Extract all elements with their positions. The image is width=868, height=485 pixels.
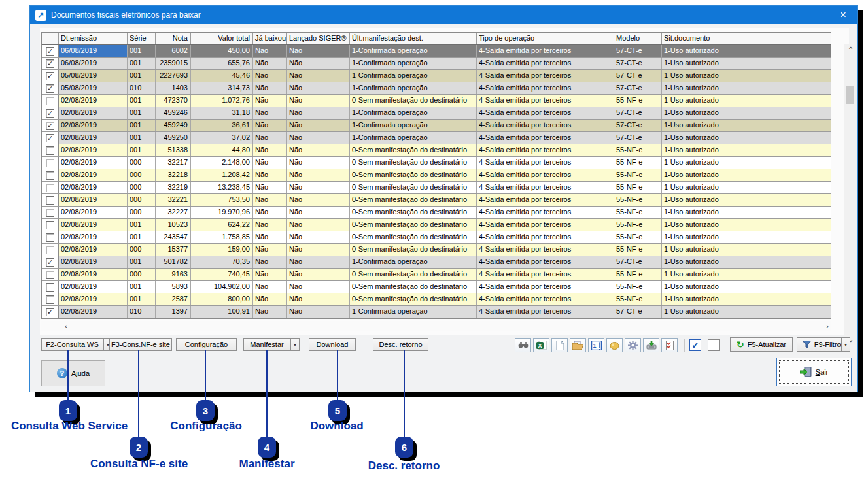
table-row[interactable]: ✓02/08/201900145924631,18NãoNão1-Confirm… — [42, 107, 831, 120]
manifestar-button[interactable]: Manifestar — [243, 338, 290, 351]
binoculars-icon[interactable] — [515, 338, 531, 352]
row-checkbox[interactable] — [42, 182, 59, 193]
row-checkbox[interactable]: ✓ — [42, 306, 59, 318]
table-row[interactable]: 02/08/20190014723701.072,76NãoNão0-Sem m… — [42, 95, 831, 107]
column-header[interactable]: Dt.emissão — [59, 33, 128, 44]
cell-sit: 1-Uso autorizado — [662, 107, 832, 119]
cell-nota: 459249 — [156, 120, 191, 131]
table-row[interactable]: 02/08/20190012435471.758,85NãoNão0-Sem m… — [42, 231, 831, 244]
scroll-left-icon[interactable]: ‹ — [65, 322, 67, 330]
row-checkbox[interactable] — [42, 231, 59, 243]
sair-button[interactable]: Sair — [776, 358, 852, 386]
table-row[interactable]: ✓02/08/201900145925037,02NãoNão1-Confirm… — [42, 132, 831, 144]
row-checkbox[interactable] — [42, 95, 59, 107]
deselect-all-checkbox[interactable] — [708, 339, 720, 351]
row-checkbox[interactable]: ✓ — [42, 120, 59, 131]
table-row[interactable]: ✓02/08/201900150178270,35NãoNão1-Confirm… — [42, 256, 831, 269]
column-header[interactable]: Lançado SIGER® — [287, 33, 350, 44]
column-header[interactable]: Nota — [156, 33, 191, 44]
table-row[interactable]: ✓05/08/2019001222769345,46NãoNão1-Confir… — [42, 70, 831, 82]
table-row[interactable]: ✓06/08/20190016002450,00NãoNão1-Confirma… — [42, 45, 831, 58]
vertical-scrollbar[interactable]: ⌃ ⌄ — [844, 44, 856, 345]
table-row[interactable]: 02/08/20190012587800,00NãoNão0-Sem manif… — [42, 293, 831, 306]
manifestar-dropdown-icon[interactable]: ▼ — [290, 338, 300, 351]
row-checkbox[interactable] — [42, 269, 59, 280]
table-row[interactable]: ✓06/08/20190012359015655,76NãoNão1-Confi… — [42, 58, 831, 70]
cell-valor: 314,73 — [191, 82, 253, 94]
configuracao-button[interactable]: Configuração — [176, 338, 237, 351]
row-checkbox[interactable]: ✓ — [42, 107, 59, 119]
row-checkbox[interactable]: ✓ — [42, 82, 59, 94]
row-checkbox[interactable] — [42, 169, 59, 181]
open-folder-icon[interactable] — [570, 338, 586, 352]
cell-dt: 02/08/2019 — [59, 293, 128, 305]
column-header[interactable]: Últ.manifestação dest. — [350, 33, 477, 44]
column-header[interactable]: Já baixou — [253, 33, 287, 44]
cell-modelo: 55-NF-e — [614, 182, 662, 193]
gear-icon[interactable] — [625, 338, 641, 352]
new-document-icon[interactable] — [551, 338, 568, 352]
cell-lancado_siger: Não — [287, 82, 350, 94]
column-header[interactable]: Valor total — [191, 33, 253, 44]
cell-sit: 1-Uso autorizado — [662, 219, 832, 231]
row-checkbox[interactable] — [42, 207, 59, 218]
row-checkbox[interactable] — [42, 293, 59, 305]
cell-nota: 2587 — [156, 293, 191, 305]
column-order-icon[interactable]: 1 — [588, 338, 604, 352]
vertical-scroll-thumb[interactable] — [846, 86, 854, 104]
title-bar[interactable]: ↗ Documentos fiscais eletrônicos para ba… — [30, 6, 857, 24]
row-checkbox[interactable] — [42, 244, 59, 256]
column-header[interactable] — [42, 33, 59, 44]
row-checkbox[interactable]: ✓ — [42, 58, 59, 69]
cell-serie: 001 — [128, 281, 156, 293]
cell-ja_baixou: Não — [253, 157, 287, 169]
scroll-up-icon[interactable]: ⌃ — [848, 46, 854, 54]
table-row[interactable]: 02/08/20190015133844,80NãoNão0-Sem manif… — [42, 144, 831, 157]
row-checkbox[interactable]: ✓ — [42, 70, 59, 82]
table-row[interactable]: ✓05/08/20190101403314,73NãoNão1-Confirma… — [42, 82, 831, 95]
row-checkbox[interactable] — [42, 194, 59, 206]
download-button[interactable]: Download — [309, 338, 356, 351]
row-checkbox[interactable] — [42, 219, 59, 231]
row-checkbox[interactable] — [42, 281, 59, 293]
excel-export-icon[interactable]: X — [533, 338, 549, 352]
row-checkbox[interactable]: ✓ — [42, 45, 59, 57]
table-row[interactable]: 02/08/20190009163740,45NãoNão0-Sem manif… — [42, 269, 831, 281]
column-header[interactable]: Modelo — [614, 33, 662, 44]
dialog-window: ↗ Documentos fiscais eletrônicos para ba… — [29, 5, 858, 392]
consulta-ws-button[interactable]: F2-Consulta WS — [41, 338, 103, 351]
table-row[interactable]: 02/08/20190003222719.970,96NãoNão0-Sem m… — [42, 207, 831, 219]
table-row[interactable]: 02/08/201900110523624,22NãoNão0-Sem mani… — [42, 219, 831, 231]
column-header[interactable]: Tipo de operação — [477, 33, 614, 44]
atualizar-button[interactable]: ↻ F5-Atualizar — [730, 337, 793, 352]
cons-nfe-site-button[interactable]: F3-Cons.NF-e site — [109, 338, 172, 351]
column-header[interactable]: Sit.documento — [662, 33, 832, 44]
scroll-right-icon[interactable]: › — [826, 322, 829, 330]
row-checkbox[interactable]: ✓ — [42, 132, 59, 144]
cell-lancado_siger: Não — [287, 132, 350, 144]
callout-label-manifestar: Manifestar — [234, 458, 300, 471]
table-row[interactable]: 02/08/20190015893104.902,00NãoNão0-Sem m… — [42, 281, 831, 293]
select-all-checkbox[interactable]: ✓ — [689, 339, 701, 351]
table-row[interactable]: 02/08/201900015377159,00NãoNão0-Sem mani… — [42, 244, 831, 256]
close-icon[interactable]: × — [829, 6, 857, 24]
row-checkbox[interactable] — [42, 144, 59, 156]
table-row[interactable]: 02/08/2019000322181.208,42NãoNão0-Sem ma… — [42, 169, 831, 182]
table-row[interactable]: 02/08/20190003221913.238,45NãoNão0-Sem m… — [42, 182, 831, 194]
row-checkbox[interactable] — [42, 157, 59, 169]
checklist-icon[interactable] — [661, 338, 678, 352]
table-row[interactable]: ✓02/08/20190101397100,91NãoNão1-Confirma… — [42, 306, 831, 318]
table-row[interactable]: ✓02/08/201900145924936,61NãoNão1-Confirm… — [42, 120, 831, 132]
row-checkbox[interactable]: ✓ — [42, 256, 59, 268]
filtros-dropdown-icon[interactable]: ▼ — [841, 337, 850, 352]
column-header[interactable]: Série — [128, 33, 156, 44]
hand-icon[interactable] — [606, 338, 623, 352]
cell-dt: 02/08/2019 — [59, 281, 128, 293]
cell-lancado_siger: Não — [287, 219, 350, 231]
table-row[interactable]: 02/08/201900032221753,50NãoNão0-Sem mani… — [42, 194, 831, 207]
desc-retorno-button[interactable]: Desc. retorno — [373, 338, 428, 351]
horizontal-scrollbar[interactable]: ‹ › — [41, 321, 831, 331]
install-download-icon[interactable] — [643, 338, 659, 352]
table-row[interactable]: 02/08/2019000322172.148,00NãoNão0-Sem ma… — [42, 157, 831, 169]
ajuda-button[interactable]: ? Ajuda — [41, 360, 105, 386]
